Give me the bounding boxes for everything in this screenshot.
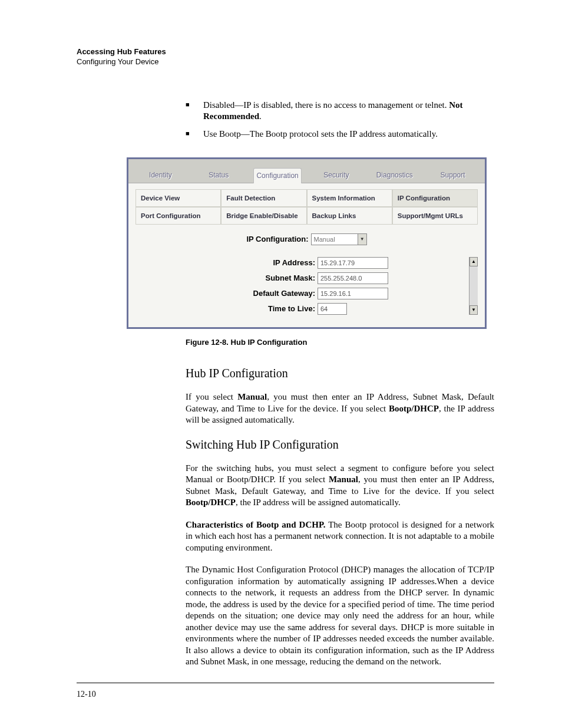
bullet-item: Use Bootp—The Bootp protocol sets the IP…: [186, 129, 494, 140]
subtab-port-configuration[interactable]: Port Configuration: [135, 207, 221, 225]
subnet-mask-label: Subnet Mask:: [233, 274, 315, 284]
header-title: Accessing Hub Features: [77, 47, 494, 57]
screenshot-figure: Identity Status Configuration Security D…: [127, 157, 487, 329]
ttl-input[interactable]: 64: [318, 303, 347, 315]
subtab-system-information[interactable]: System Information: [307, 189, 392, 207]
subtab-device-view[interactable]: Device View: [135, 189, 221, 207]
ip-address-label: IP Address:: [233, 258, 315, 268]
subtab-grid: Device View Fault Detection System Infor…: [135, 189, 478, 225]
footer: 12-10: [77, 683, 494, 700]
section-heading: Switching Hub IP Configuration: [186, 437, 494, 452]
bullet-item: Disabled—IP is disabled, there is no acc…: [186, 100, 494, 123]
scrollbar[interactable]: ▲ ▼: [469, 257, 478, 315]
ip-address-input[interactable]: 15.29.17.79: [318, 257, 388, 269]
subnet-mask-input[interactable]: 255.255.248.0: [318, 272, 388, 284]
text: Disabled—IP is disabled, there is no acc…: [203, 100, 449, 110]
section-heading: Hub IP Configuration: [186, 365, 494, 381]
paragraph: Characteristics of Bootp and DCHP. The B…: [186, 519, 494, 554]
subtab-bridge-enable[interactable]: Bridge Enable/Disable: [221, 207, 306, 225]
text-bold: Manual: [237, 392, 267, 401]
text-bold: Characteristics of Bootp and DCHP.: [186, 520, 325, 529]
text: If you select: [186, 392, 237, 401]
ttl-label: Time to Live:: [233, 304, 315, 314]
page-number: 12-10: [77, 690, 96, 699]
subtab-support-urls[interactable]: Support/Mgmt URLs: [392, 207, 478, 225]
header-subtitle: Configuring Your Device: [77, 57, 494, 67]
select-value: Manual: [314, 236, 335, 243]
tab-configuration[interactable]: Configuration: [253, 168, 302, 184]
chevron-down-icon[interactable]: ▼: [358, 234, 366, 245]
scroll-up-icon[interactable]: ▲: [470, 257, 478, 266]
bullet-list: Disabled—IP is disabled, there is no acc…: [186, 100, 494, 140]
text-bold: Bootp/DHCP: [186, 498, 236, 507]
tab-support[interactable]: Support: [429, 168, 477, 183]
paragraph: For the switching hubs, you must select …: [186, 463, 494, 509]
default-gateway-input[interactable]: 15.29.16.1: [318, 288, 388, 299]
tab-identity[interactable]: Identity: [137, 168, 184, 183]
tab-diagnostics[interactable]: Diagnostics: [371, 168, 418, 183]
page-header: Accessing Hub Features Configuring Your …: [77, 47, 494, 67]
paragraph: If you select Manual, you must then ente…: [186, 391, 494, 426]
text-bold: Bootp/DHCP: [389, 404, 439, 413]
figure-caption: Figure 12-8. Hub IP Configuration: [186, 338, 494, 348]
subtab-backup-links[interactable]: Backup Links: [307, 207, 392, 225]
subtab-fault-detection[interactable]: Fault Detection: [221, 189, 306, 207]
tab-status[interactable]: Status: [195, 168, 243, 183]
text: , the IP address will be assigned automa…: [236, 498, 401, 507]
ip-config-select[interactable]: Manual ▼: [311, 233, 367, 245]
default-gateway-label: Default Gateway:: [233, 289, 315, 299]
tab-security[interactable]: Security: [312, 168, 360, 183]
scroll-down-icon[interactable]: ▼: [470, 305, 478, 315]
ip-config-label: IP Configuration:: [246, 235, 308, 245]
paragraph: The Dynamic Host Configuration Protocol …: [186, 564, 494, 668]
text-bold: Manual: [329, 475, 358, 484]
subtab-ip-configuration[interactable]: IP Configuration: [392, 189, 478, 207]
text: .: [259, 111, 262, 121]
top-tab-row: Identity Status Configuration Security D…: [128, 159, 485, 183]
